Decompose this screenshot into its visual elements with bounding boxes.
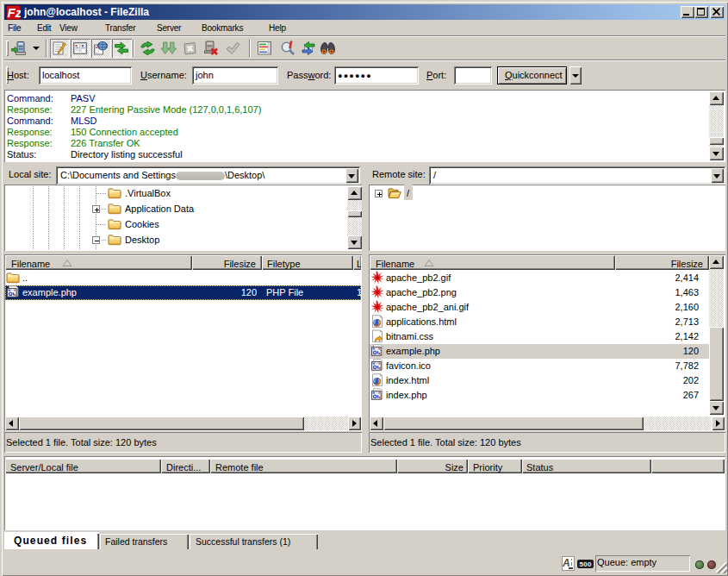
svg-text:500: 500 — [580, 560, 593, 568]
svg-text:Fz: Fz — [8, 5, 22, 20]
